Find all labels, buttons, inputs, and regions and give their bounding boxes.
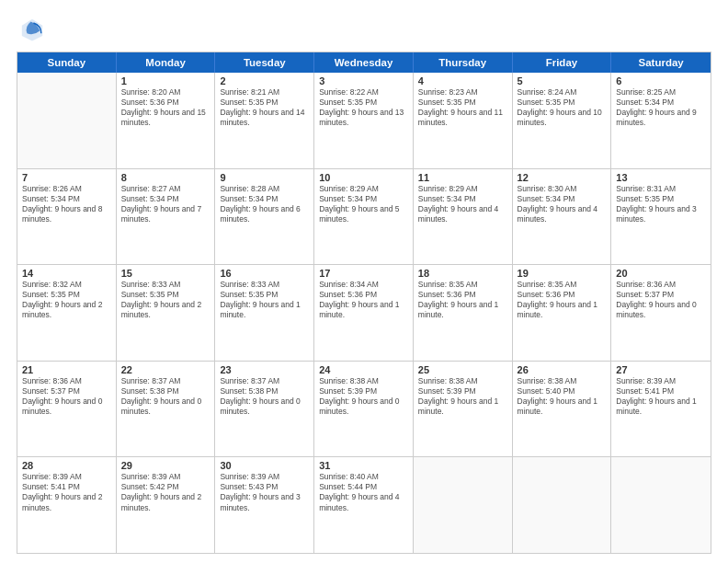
sunrise-text: Sunrise: 8:25 AM bbox=[616, 87, 706, 98]
sunrise-text: Sunrise: 8:38 AM bbox=[418, 376, 507, 386]
day-number: 23 bbox=[220, 364, 309, 375]
daylight-text: Daylight: 9 hours and 2 minutes. bbox=[22, 492, 111, 512]
calendar-week-2: 7 Sunrise: 8:26 AM Sunset: 5:34 PM Dayli… bbox=[17, 169, 711, 266]
calendar-week-3: 14 Sunrise: 8:32 AM Sunset: 5:35 PM Dayl… bbox=[17, 265, 711, 362]
day-number: 31 bbox=[319, 460, 408, 471]
calendar-cell: 1 Sunrise: 8:20 AM Sunset: 5:36 PM Dayli… bbox=[117, 73, 216, 168]
sunrise-text: Sunrise: 8:37 AM bbox=[220, 376, 309, 386]
sunset-text: Sunset: 5:44 PM bbox=[319, 482, 408, 492]
sunrise-text: Sunrise: 8:30 AM bbox=[518, 184, 607, 194]
page: SundayMondayTuesdayWednesdayThursdayFrid… bbox=[0, 0, 728, 563]
daylight-text: Daylight: 9 hours and 2 minutes. bbox=[121, 492, 210, 512]
sunset-text: Sunset: 5:38 PM bbox=[121, 386, 210, 396]
daylight-text: Daylight: 9 hours and 15 minutes. bbox=[121, 108, 210, 128]
calendar-body: 1 Sunrise: 8:20 AM Sunset: 5:36 PM Dayli… bbox=[17, 73, 711, 553]
daylight-text: Daylight: 9 hours and 4 minutes. bbox=[319, 492, 408, 512]
daylight-text: Daylight: 9 hours and 4 minutes. bbox=[418, 204, 507, 224]
calendar-cell bbox=[513, 457, 612, 553]
daylight-text: Daylight: 9 hours and 8 minutes. bbox=[22, 204, 111, 224]
sunrise-text: Sunrise: 8:33 AM bbox=[121, 280, 210, 290]
day-number: 16 bbox=[220, 268, 309, 279]
calendar-cell: 14 Sunrise: 8:32 AM Sunset: 5:35 PM Dayl… bbox=[17, 265, 117, 361]
weekday-header-monday: Monday bbox=[117, 52, 216, 73]
sunrise-text: Sunrise: 8:24 AM bbox=[518, 87, 607, 98]
calendar-cell: 16 Sunrise: 8:33 AM Sunset: 5:35 PM Dayl… bbox=[215, 265, 314, 361]
calendar-cell: 8 Sunrise: 8:27 AM Sunset: 5:34 PM Dayli… bbox=[117, 169, 216, 265]
header bbox=[17, 17, 711, 42]
calendar-cell: 2 Sunrise: 8:21 AM Sunset: 5:35 PM Dayli… bbox=[215, 73, 314, 168]
sunset-text: Sunset: 5:38 PM bbox=[220, 386, 309, 396]
daylight-text: Daylight: 9 hours and 1 minute. bbox=[616, 396, 706, 417]
sunset-text: Sunset: 5:41 PM bbox=[616, 386, 706, 396]
sunrise-text: Sunrise: 8:38 AM bbox=[319, 376, 408, 386]
weekday-header-thursday: Thursday bbox=[414, 52, 513, 73]
sunrise-text: Sunrise: 8:31 AM bbox=[616, 184, 706, 194]
weekday-header-saturday: Saturday bbox=[611, 52, 711, 73]
day-number: 29 bbox=[121, 460, 210, 471]
calendar-cell: 19 Sunrise: 8:35 AM Sunset: 5:36 PM Dayl… bbox=[513, 265, 612, 361]
sunset-text: Sunset: 5:35 PM bbox=[121, 290, 210, 300]
calendar-header: SundayMondayTuesdayWednesdayThursdayFrid… bbox=[17, 52, 711, 73]
calendar-cell: 24 Sunrise: 8:38 AM Sunset: 5:39 PM Dayl… bbox=[314, 362, 414, 457]
day-number: 1 bbox=[121, 75, 210, 86]
sunrise-text: Sunrise: 8:22 AM bbox=[319, 87, 408, 98]
sunset-text: Sunset: 5:35 PM bbox=[22, 290, 111, 300]
sunrise-text: Sunrise: 8:23 AM bbox=[418, 87, 507, 98]
day-number: 21 bbox=[22, 364, 111, 375]
daylight-text: Daylight: 9 hours and 0 minutes. bbox=[319, 396, 408, 417]
calendar-cell: 22 Sunrise: 8:37 AM Sunset: 5:38 PM Dayl… bbox=[117, 362, 216, 457]
calendar-cell: 25 Sunrise: 8:38 AM Sunset: 5:39 PM Dayl… bbox=[414, 362, 513, 457]
sunset-text: Sunset: 5:35 PM bbox=[220, 290, 309, 300]
sunrise-text: Sunrise: 8:29 AM bbox=[319, 184, 408, 194]
sunrise-text: Sunrise: 8:36 AM bbox=[22, 376, 111, 386]
calendar-cell bbox=[414, 457, 513, 553]
calendar-cell: 15 Sunrise: 8:33 AM Sunset: 5:35 PM Dayl… bbox=[117, 265, 216, 361]
calendar-cell: 3 Sunrise: 8:22 AM Sunset: 5:35 PM Dayli… bbox=[314, 73, 414, 168]
day-number: 25 bbox=[418, 364, 507, 375]
daylight-text: Daylight: 9 hours and 10 minutes. bbox=[518, 108, 607, 128]
daylight-text: Daylight: 9 hours and 14 minutes. bbox=[220, 108, 309, 128]
sunset-text: Sunset: 5:36 PM bbox=[418, 290, 507, 300]
sunrise-text: Sunrise: 8:36 AM bbox=[616, 280, 706, 290]
calendar-cell: 9 Sunrise: 8:28 AM Sunset: 5:34 PM Dayli… bbox=[215, 169, 314, 265]
calendar-cell: 26 Sunrise: 8:38 AM Sunset: 5:40 PM Dayl… bbox=[513, 362, 612, 457]
sunrise-text: Sunrise: 8:37 AM bbox=[121, 376, 210, 386]
sunrise-text: Sunrise: 8:33 AM bbox=[220, 280, 309, 290]
calendar-cell: 13 Sunrise: 8:31 AM Sunset: 5:35 PM Dayl… bbox=[611, 169, 711, 265]
day-number: 7 bbox=[22, 172, 111, 183]
daylight-text: Daylight: 9 hours and 1 minute. bbox=[518, 396, 607, 417]
day-number: 3 bbox=[319, 75, 408, 86]
weekday-header-sunday: Sunday bbox=[17, 52, 117, 73]
daylight-text: Daylight: 9 hours and 11 minutes. bbox=[418, 108, 507, 128]
daylight-text: Daylight: 9 hours and 1 minute. bbox=[418, 396, 507, 417]
sunrise-text: Sunrise: 8:27 AM bbox=[121, 184, 210, 194]
daylight-text: Daylight: 9 hours and 3 minutes. bbox=[616, 204, 706, 224]
daylight-text: Daylight: 9 hours and 2 minutes. bbox=[22, 300, 111, 320]
day-number: 6 bbox=[616, 75, 706, 86]
day-number: 11 bbox=[418, 172, 507, 183]
sunrise-text: Sunrise: 8:40 AM bbox=[319, 472, 408, 482]
sunrise-text: Sunrise: 8:32 AM bbox=[22, 280, 111, 290]
sunset-text: Sunset: 5:35 PM bbox=[418, 98, 507, 108]
sunset-text: Sunset: 5:43 PM bbox=[220, 482, 309, 492]
sunset-text: Sunset: 5:34 PM bbox=[220, 194, 309, 204]
daylight-text: Daylight: 9 hours and 1 minute. bbox=[418, 300, 507, 320]
calendar-cell: 18 Sunrise: 8:35 AM Sunset: 5:36 PM Dayl… bbox=[414, 265, 513, 361]
day-number: 30 bbox=[220, 460, 309, 471]
day-number: 9 bbox=[220, 172, 309, 183]
logo-icon bbox=[19, 17, 45, 42]
calendar-cell: 23 Sunrise: 8:37 AM Sunset: 5:38 PM Dayl… bbox=[215, 362, 314, 457]
calendar-cell: 27 Sunrise: 8:39 AM Sunset: 5:41 PM Dayl… bbox=[611, 362, 711, 457]
sunset-text: Sunset: 5:36 PM bbox=[518, 290, 607, 300]
weekday-header-tuesday: Tuesday bbox=[215, 52, 314, 73]
sunrise-text: Sunrise: 8:39 AM bbox=[22, 472, 111, 482]
daylight-text: Daylight: 9 hours and 5 minutes. bbox=[319, 204, 408, 224]
sunrise-text: Sunrise: 8:34 AM bbox=[319, 280, 408, 290]
day-number: 19 bbox=[518, 268, 607, 279]
sunset-text: Sunset: 5:34 PM bbox=[121, 194, 210, 204]
calendar-cell: 4 Sunrise: 8:23 AM Sunset: 5:35 PM Dayli… bbox=[414, 73, 513, 168]
sunset-text: Sunset: 5:36 PM bbox=[319, 290, 408, 300]
daylight-text: Daylight: 9 hours and 0 minutes. bbox=[220, 396, 309, 417]
day-number: 17 bbox=[319, 268, 408, 279]
calendar-cell: 5 Sunrise: 8:24 AM Sunset: 5:35 PM Dayli… bbox=[513, 73, 612, 168]
